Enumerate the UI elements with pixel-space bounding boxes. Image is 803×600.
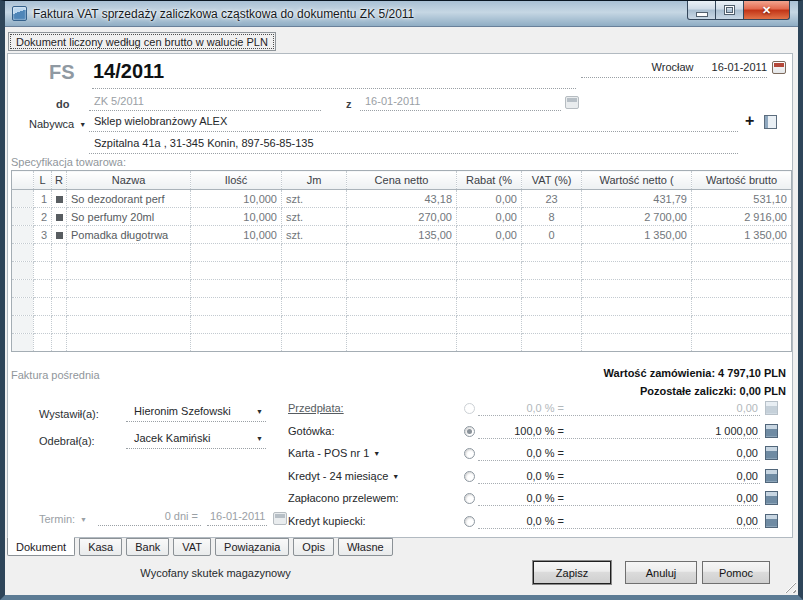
column-header[interactable]: Wartość brutto xyxy=(692,171,792,190)
remaining-advances: Pozostałe zaliczki: 0,00 PLN xyxy=(640,385,786,397)
column-header[interactable]: Nazwa xyxy=(67,171,191,190)
source-doc-label: do xyxy=(56,98,69,110)
calculator-icon[interactable] xyxy=(765,446,778,460)
buyer-selector[interactable]: Nabywca xyxy=(29,118,86,130)
payments: Przedpłata:0,0 % =0,00Gotówka:100,0 % =1… xyxy=(288,399,788,539)
term-date-field[interactable]: 16-01-2011 xyxy=(207,510,267,526)
empty-row[interactable] xyxy=(12,280,792,298)
maximize-button[interactable] xyxy=(716,1,744,20)
issue-date-field[interactable]: 16-01-2011 xyxy=(712,61,767,73)
invoice-window: Faktura VAT sprzedaży zaliczkowa cząstko… xyxy=(0,0,803,600)
column-header[interactable]: VAT (%) xyxy=(522,171,582,190)
tab-powiązania[interactable]: Powiązania xyxy=(215,538,289,556)
tab-bank[interactable]: Bank xyxy=(126,538,169,556)
payment-amount-field[interactable]: 0,00 xyxy=(568,447,758,459)
payment-method-label[interactable]: Gotówka: xyxy=(288,425,334,437)
doc-number-field[interactable]: 14/2011 xyxy=(93,60,164,83)
reservation-flag-icon xyxy=(56,232,63,239)
source-doc-field[interactable]: ZK 5/2011 xyxy=(89,95,321,111)
tab-kasa[interactable]: Kasa xyxy=(79,538,122,556)
item-row[interactable]: 1So dezodorant perf10,000szt.43,180,0023… xyxy=(12,190,792,208)
contractor-list-icon[interactable] xyxy=(764,115,777,129)
calculator-icon[interactable] xyxy=(765,401,778,415)
payment-underline xyxy=(478,505,760,506)
help-button[interactable]: Pomoc xyxy=(702,561,770,584)
received-by-value: Jacek Kamiński xyxy=(134,432,210,444)
empty-row[interactable] xyxy=(12,244,792,262)
empty-row[interactable] xyxy=(12,298,792,316)
buyer-name-field[interactable]: Sklep wielobranżowy ALEX xyxy=(89,115,738,132)
tab-własne[interactable]: Własne xyxy=(338,538,393,556)
payment-method-label[interactable]: Kredyt kupiecki: xyxy=(288,515,366,527)
column-header[interactable]: Jm xyxy=(282,171,347,190)
payment-percent-field[interactable]: 0,0 % = xyxy=(474,447,564,459)
calendar-icon[interactable] xyxy=(772,61,786,74)
empty-row[interactable] xyxy=(12,316,792,334)
source-date-field[interactable]: 16-01-2011 xyxy=(360,95,561,111)
payment-underline xyxy=(478,438,760,439)
city-field[interactable]: Wrocław xyxy=(652,61,694,73)
payment-amount-field[interactable]: 0,00 xyxy=(568,402,758,414)
column-header[interactable]: R xyxy=(52,171,67,190)
received-by-dropdown[interactable]: Jacek Kamiński▼ xyxy=(126,432,266,449)
calendar-icon-disabled xyxy=(565,96,579,109)
payment-amount-field[interactable]: 0,00 xyxy=(568,470,758,482)
item-row[interactable]: 2So perfumy 20ml10,000szt.270,000,0082 7… xyxy=(12,208,792,226)
column-header[interactable]: Cena netto xyxy=(347,171,457,190)
payment-amount-field[interactable]: 0,00 xyxy=(568,515,758,527)
payment-method-label[interactable]: Kredyt - 24 miesiące xyxy=(288,470,399,482)
payment-amount-field[interactable]: 1 000,00 xyxy=(568,425,758,437)
row-selector-header xyxy=(12,171,34,190)
payment-percent-field[interactable]: 100,0 % = xyxy=(474,425,564,437)
cancel-button[interactable]: Anuluj xyxy=(625,561,697,584)
payment-method-label[interactable]: Przedpłata: xyxy=(288,402,344,414)
save-button[interactable]: Zapisz xyxy=(533,561,611,584)
payment-percent-field[interactable]: 0,0 % = xyxy=(474,470,564,482)
titlebar[interactable]: Faktura VAT sprzedaży zaliczkowa cząstko… xyxy=(5,1,798,27)
item-row[interactable]: 3Pomadka długotrwa10,000szt.135,000,0001… xyxy=(12,226,792,244)
items-section-label: Specyfikacja towarowa: xyxy=(11,156,126,168)
chevron-down-icon[interactable]: ▼ xyxy=(256,408,263,415)
items-header-row: LRNazwaIlośćJmCena nettoRabat (%VAT (%)W… xyxy=(12,171,792,190)
close-button[interactable]: ✕ xyxy=(744,1,790,20)
app-icon xyxy=(12,6,27,21)
column-header[interactable]: Wartość netto ( xyxy=(582,171,692,190)
minimize-icon xyxy=(697,13,707,16)
tab-opis[interactable]: Opis xyxy=(293,538,334,556)
tab-bar: DokumentKasaBankVATPowiązaniaOpisWłasne xyxy=(7,537,397,556)
column-header[interactable]: Ilość xyxy=(191,171,282,190)
payment-row: Kredyt - 24 miesiące0,0 % =0,00 xyxy=(288,467,788,487)
chevron-down-icon[interactable]: ▼ xyxy=(256,435,263,442)
column-header[interactable]: Rabat (% xyxy=(457,171,522,190)
calculator-icon[interactable] xyxy=(765,469,778,483)
payment-percent-field[interactable]: 0,0 % = xyxy=(474,492,564,504)
empty-row[interactable] xyxy=(12,262,792,280)
payment-amount-field[interactable]: 0,00 xyxy=(568,492,758,504)
calculator-icon[interactable] xyxy=(765,424,778,438)
payment-row: Kredyt kupiecki:0,0 % =0,00 xyxy=(288,512,788,532)
tab-vat[interactable]: VAT xyxy=(173,538,211,556)
items-table[interactable]: LRNazwaIlośćJmCena nettoRabat (%VAT (%)W… xyxy=(11,170,792,352)
items-body: 1So dezodorant perf10,000szt.43,180,0023… xyxy=(12,190,792,352)
issued-by-dropdown[interactable]: Hieronim Szefowski▼ xyxy=(126,405,266,422)
buyer-address-field[interactable]: Szpitalna 41a , 31-345 Konin, 897-56-85-… xyxy=(89,137,738,154)
calculator-icon[interactable] xyxy=(765,514,778,528)
brutto-mode-button[interactable]: Dokument liczony według cen brutto w wal… xyxy=(8,32,276,51)
doc-type-label: FS xyxy=(49,61,75,84)
column-header[interactable]: L xyxy=(34,171,52,190)
resize-grip[interactable] xyxy=(783,580,796,593)
payment-method-label[interactable]: Karta - POS nr 1 xyxy=(288,447,380,459)
tab-dokument[interactable]: Dokument xyxy=(7,537,75,556)
term-selector[interactable]: Termin: xyxy=(39,513,87,525)
doc-number-underline xyxy=(92,88,576,89)
city-date-field[interactable]: Wrocław 16-01-2011 xyxy=(581,61,767,78)
add-buyer-icon[interactable] xyxy=(745,112,754,130)
term-days-field[interactable]: 0 dni = xyxy=(98,510,201,526)
calculator-icon[interactable] xyxy=(765,491,778,505)
minimize-button[interactable] xyxy=(687,1,716,20)
payment-row: Przedpłata:0,0 % =0,00 xyxy=(288,399,788,419)
payment-percent-field[interactable]: 0,0 % = xyxy=(474,402,564,414)
empty-row[interactable] xyxy=(12,334,792,352)
payment-method-label[interactable]: Zapłacono przelewem: xyxy=(288,492,399,504)
payment-percent-field[interactable]: 0,0 % = xyxy=(474,515,564,527)
